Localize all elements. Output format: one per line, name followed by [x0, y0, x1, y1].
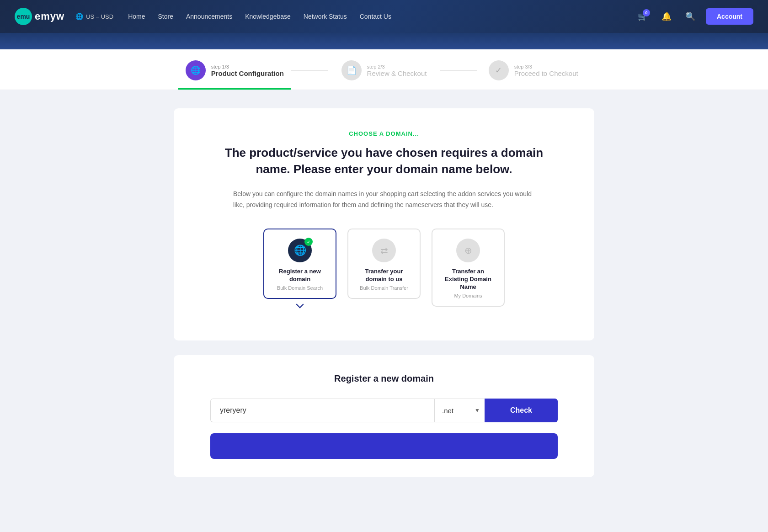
nav-item-home[interactable]: Home	[128, 12, 145, 21]
transfer-title: Transfer your domain to us	[356, 268, 412, 283]
step-1[interactable]: 🌐 step 1/3 Product Configuration	[178, 60, 291, 90]
domain-option-register[interactable]: 🌐 ✓ Register a new domain Bulk Domain Se…	[263, 229, 336, 315]
existing-sub: My Domains	[440, 293, 496, 298]
step-1-label: Product Configuration	[211, 69, 284, 77]
register-sub: Bulk Domain Search	[272, 285, 328, 291]
account-button[interactable]: Account	[706, 8, 753, 25]
nav-item-announcements[interactable]: Announcements	[186, 12, 232, 21]
step-2-circle: 📄	[341, 60, 362, 80]
step-2-label-sm: step 2/3	[367, 64, 427, 69]
domain-heading: The product/service you have chosen requ…	[224, 144, 544, 178]
navbar-right: 🛒 0 🔔 🔍 Account	[635, 8, 753, 25]
search-button[interactable]: 🔍	[682, 8, 699, 25]
step-1-inner: 🌐 step 1/3 Product Configuration	[186, 60, 284, 80]
cart-button[interactable]: 🛒 0	[635, 8, 651, 25]
step-3-circle: ✓	[489, 60, 509, 80]
domain-section: CHOOSE A DOMAIN... The product/service y…	[174, 108, 594, 340]
logo[interactable]: emu emyw	[15, 8, 64, 25]
nav-item-contact-us[interactable]: Contact Us	[360, 12, 391, 21]
register-title: Register a new domain	[272, 268, 328, 283]
cart-badge: 0	[643, 9, 650, 16]
step-divider-2	[440, 70, 477, 71]
step-3-label-sm: step 3/3	[514, 64, 578, 69]
nav-item-network-status[interactable]: Network Status	[304, 12, 347, 21]
nav-item-store[interactable]: Store	[158, 12, 173, 21]
navbar: emu emyw 🌐 US – USD Home Store Announcem…	[0, 0, 768, 33]
main-content: CHOOSE A DOMAIN... The product/service y…	[165, 90, 603, 495]
step-3-inner: ✓ step 3/3 Proceed to Checkout	[489, 60, 578, 80]
existing-title: Transfer an Existing Domain Name	[440, 268, 496, 291]
domain-ext-select[interactable]: .com .net .org .io .co	[435, 399, 485, 422]
stepper-container: 🌐 step 1/3 Product Configuration 📄 step …	[0, 49, 768, 90]
logo-icon: emu	[15, 8, 32, 25]
transfer-arrows-icon: ⇄	[380, 245, 388, 256]
nav-links: Home Store Announcements Knowledgebase N…	[128, 12, 635, 21]
search-icon: 🔍	[685, 11, 695, 21]
domain-text-input[interactable]	[210, 399, 434, 422]
domain-option-transfer-card[interactable]: ⇄ Transfer your domain to us Bulk Domain…	[347, 229, 421, 299]
step-1-label-sm: step 1/3	[211, 64, 284, 69]
step-2[interactable]: 📄 step 2/3 Review & Checkout	[328, 60, 441, 90]
locale-selector[interactable]: 🌐 US – USD	[75, 13, 113, 20]
domain-option-register-card[interactable]: 🌐 ✓ Register a new domain Bulk Domain Se…	[263, 229, 336, 299]
logo-text: emyw	[35, 11, 64, 22]
check-badge: ✓	[304, 238, 313, 246]
bell-icon: 🔔	[661, 11, 672, 21]
register-icon: 🌐 ✓	[288, 239, 312, 262]
notifications-button[interactable]: 🔔	[658, 8, 675, 25]
stepper: 🌐 step 1/3 Product Configuration 📄 step …	[178, 60, 590, 90]
locale-text: US – USD	[86, 13, 113, 20]
domain-option-transfer[interactable]: ⇄ Transfer your domain to us Bulk Domain…	[347, 229, 421, 315]
step-3-text: step 3/3 Proceed to Checkout	[514, 64, 578, 77]
step-1-underline	[178, 88, 291, 90]
hero-strip	[0, 33, 768, 49]
nav-item-knowledgebase[interactable]: Knowledgebase	[245, 12, 291, 21]
globe-icon: 🌐	[294, 245, 306, 256]
step-1-circle: 🌐	[186, 60, 206, 80]
domain-option-existing[interactable]: ⊕ Transfer an Existing Domain Name My Do…	[432, 229, 505, 315]
step-1-text: step 1/3 Product Configuration	[211, 64, 284, 77]
register-heading: Register a new domain	[210, 373, 558, 384]
plus-circle-icon: ⊕	[464, 245, 472, 256]
step-3-label: Proceed to Checkout	[514, 69, 578, 77]
domain-options: 🌐 ✓ Register a new domain Bulk Domain Se…	[210, 229, 558, 315]
step-3[interactable]: ✓ step 3/3 Proceed to Checkout	[477, 60, 590, 90]
globe-icon: 🌐	[75, 13, 83, 20]
step-2-text: step 2/3 Review & Checkout	[367, 64, 427, 77]
step-2-inner: 📄 step 2/3 Review & Checkout	[341, 60, 427, 80]
check-button[interactable]: Check	[485, 399, 558, 422]
domain-option-existing-card[interactable]: ⊕ Transfer an Existing Domain Name My Do…	[432, 229, 505, 307]
transfer-sub: Bulk Domain Transfer	[356, 285, 412, 291]
domain-ext-wrapper: .com .net .org .io .co ▼	[434, 399, 485, 422]
option-pointer-register	[296, 301, 304, 309]
step-2-label: Review & Checkout	[367, 69, 427, 77]
domain-input-row: .com .net .org .io .co ▼ Check	[210, 399, 558, 422]
step-divider-1	[291, 70, 328, 71]
existing-icon: ⊕	[456, 239, 480, 262]
choose-label: CHOOSE A DOMAIN...	[210, 130, 558, 137]
register-section: Register a new domain .com .net .org .io…	[174, 355, 594, 477]
domain-description: Below you can configure the domain names…	[233, 189, 535, 211]
transfer-icon: ⇄	[372, 239, 396, 262]
blue-bar	[210, 433, 558, 459]
